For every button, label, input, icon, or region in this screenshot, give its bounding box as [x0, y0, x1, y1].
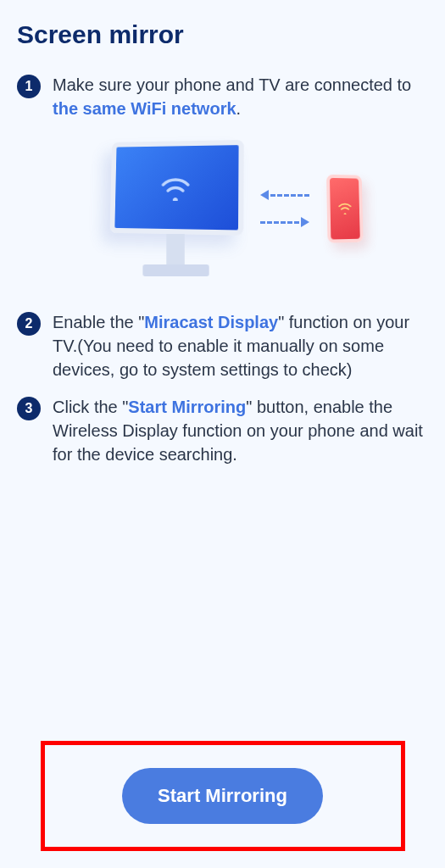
step-2-pre: Enable the " [53, 313, 144, 331]
wifi-icon [337, 203, 352, 214]
step-number-badge: 3 [17, 397, 41, 420]
step-3-pre: Click the " [53, 398, 128, 416]
start-mirroring-button[interactable]: Start Mirroring [122, 768, 323, 824]
step-number-badge: 2 [17, 312, 41, 336]
step-number-badge: 1 [17, 75, 41, 98]
step-text: Enable the "Miracast Display" function o… [53, 310, 428, 381]
step-text: Click the "Start Mirroring" button, enab… [53, 395, 428, 466]
step-3: 3 Click the "Start Mirroring" button, en… [17, 395, 428, 466]
step-text: Make sure your phone and TV are connecte… [53, 73, 428, 120]
page-title: Screen mirror [17, 20, 428, 49]
arrow-left-icon [260, 188, 309, 202]
highlighted-action-area: Start Mirroring [41, 741, 405, 851]
sync-arrows-icon [260, 188, 309, 229]
connection-illustration [17, 141, 428, 276]
step-2-highlight: Miracast Display [144, 313, 278, 331]
step-1-post: . [236, 99, 242, 118]
step-2: 2 Enable the "Miracast Display" function… [17, 310, 428, 381]
step-1-pre: Make sure your phone and TV are connecte… [53, 75, 411, 94]
step-1-highlight: the same WiFi network [53, 99, 236, 118]
step-1: 1 Make sure your phone and TV are connec… [17, 73, 428, 120]
step-3-highlight: Start Mirroring [128, 398, 246, 416]
phone-icon [326, 175, 364, 243]
tv-icon [108, 141, 243, 276]
arrow-right-icon [260, 215, 309, 229]
wifi-icon [159, 174, 192, 201]
